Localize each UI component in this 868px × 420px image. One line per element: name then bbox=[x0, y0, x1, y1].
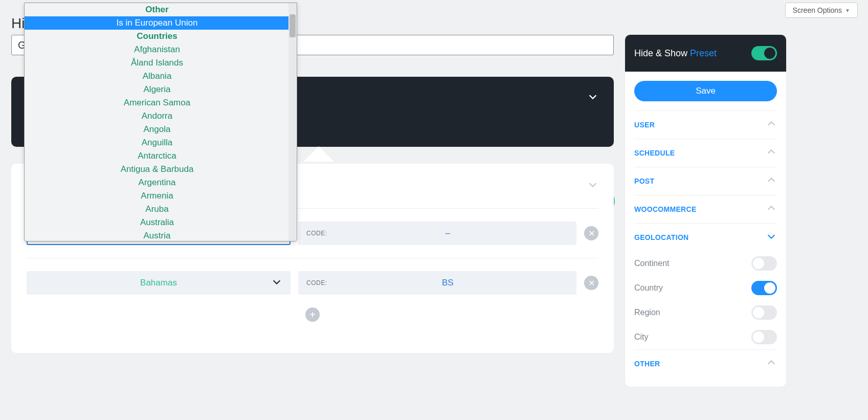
sidebar-toggle-row: City bbox=[634, 325, 777, 349]
dropdown-item[interactable]: Australia bbox=[25, 216, 290, 229]
code-value: BS bbox=[327, 278, 568, 288]
settings-sidebar: Hide & Show Preset Save USERSCHEDULEPOST… bbox=[625, 35, 786, 387]
toggle-label: City bbox=[634, 333, 649, 342]
panel-pointer bbox=[303, 146, 334, 162]
code-label: CODE: bbox=[306, 279, 327, 286]
table-row: Bahamas CODE: BS ✕ bbox=[27, 271, 598, 295]
section-label: GEOLOCATION bbox=[634, 233, 688, 241]
delete-row-button[interactable]: ✕ bbox=[584, 226, 598, 240]
toggle-continent[interactable] bbox=[751, 256, 777, 271]
sidebar-section-user[interactable]: USER bbox=[634, 110, 777, 139]
dropdown-group-label: Countries bbox=[25, 30, 290, 43]
chevron-up-icon bbox=[766, 357, 777, 370]
sidebar-title-preset: Preset bbox=[690, 48, 717, 58]
chevron-up-icon bbox=[766, 118, 777, 131]
divider bbox=[27, 258, 598, 258]
sidebar-section-schedule[interactable]: SCHEDULE bbox=[634, 139, 777, 167]
dropdown-item[interactable]: Albania bbox=[25, 70, 290, 83]
code-display: CODE: BS bbox=[298, 271, 576, 295]
dropdown-item[interactable]: Aruba bbox=[25, 203, 290, 216]
dropdown-item[interactable]: Antigua & Barbuda bbox=[25, 163, 290, 176]
scrollbar-thumb[interactable] bbox=[290, 14, 296, 37]
master-toggle[interactable] bbox=[751, 46, 777, 60]
dropdown-item[interactable]: Afghanistan bbox=[25, 43, 290, 56]
chevron-up-icon bbox=[766, 146, 777, 160]
chevron-up-icon bbox=[766, 174, 777, 188]
code-display: CODE: – bbox=[298, 222, 576, 245]
sidebar-header: Hide & Show Preset bbox=[625, 35, 786, 72]
sidebar-toggle-row: Continent bbox=[634, 251, 777, 276]
panel-collapse-icon[interactable] bbox=[587, 91, 598, 104]
delete-row-button[interactable]: ✕ bbox=[584, 276, 598, 290]
toggle-country[interactable] bbox=[751, 281, 777, 295]
country-dropdown[interactable]: OtherIs in European UnionCountriesAfghan… bbox=[24, 3, 297, 241]
toggle-region[interactable] bbox=[751, 305, 777, 320]
dropdown-item[interactable]: Åland Islands bbox=[25, 56, 290, 70]
dropdown-item[interactable]: Austria bbox=[25, 229, 290, 241]
chevron-down-icon bbox=[271, 276, 282, 290]
chevron-down-icon bbox=[766, 231, 777, 244]
toggle-label: Country bbox=[634, 283, 663, 293]
dropdown-item[interactable]: Anguilla bbox=[25, 136, 290, 149]
dropdown-item[interactable]: Is in European Union bbox=[25, 16, 290, 30]
sidebar-section-other[interactable]: OTHER bbox=[634, 349, 777, 378]
section-label: SCHEDULE bbox=[634, 149, 675, 157]
section-label: POST bbox=[634, 177, 654, 185]
section-label: WOOCOMMERCE bbox=[634, 205, 697, 213]
sidebar-section-geolocation[interactable]: GEOLOCATION bbox=[634, 223, 777, 251]
toggle-label: Region bbox=[634, 308, 660, 317]
screen-options-button[interactable]: Screen Options ▼ bbox=[785, 3, 858, 18]
toggle-city[interactable] bbox=[751, 330, 777, 344]
sidebar-toggle-row: Country bbox=[634, 276, 777, 300]
sidebar-toggle-row: Region bbox=[634, 300, 777, 325]
sidebar-title: Hide & Show bbox=[634, 48, 690, 58]
add-row-button[interactable]: + bbox=[305, 307, 320, 322]
dropdown-item[interactable]: American Samoa bbox=[25, 96, 290, 109]
scrollbar-track[interactable] bbox=[288, 3, 297, 241]
dropdown-item[interactable]: Algeria bbox=[25, 83, 290, 96]
select-value: Bahamas bbox=[140, 278, 177, 288]
sidebar-section-post[interactable]: POST bbox=[634, 167, 777, 195]
section-label: OTHER bbox=[634, 360, 660, 368]
dropdown-item[interactable]: Andorra bbox=[25, 109, 290, 123]
toggle-label: Continent bbox=[634, 259, 670, 268]
sidebar-section-woocommerce[interactable]: WOOCOMMERCE bbox=[634, 195, 777, 223]
country-select[interactable]: Bahamas bbox=[27, 271, 291, 295]
dropdown-item[interactable]: Argentina bbox=[25, 176, 290, 189]
page-title: Hi bbox=[11, 15, 25, 32]
screen-options-label: Screen Options bbox=[793, 6, 842, 14]
caret-down-icon: ▼ bbox=[845, 8, 850, 13]
save-button[interactable]: Save bbox=[634, 81, 777, 101]
code-label: CODE: bbox=[306, 230, 327, 237]
card-collapse-icon[interactable] bbox=[587, 179, 598, 190]
dropdown-group-label: Other bbox=[25, 3, 290, 16]
section-label: USER bbox=[634, 121, 655, 129]
dropdown-item[interactable]: Antarctica bbox=[25, 149, 290, 163]
chevron-up-icon bbox=[766, 203, 777, 216]
code-value: – bbox=[327, 228, 568, 238]
dropdown-item[interactable]: Angola bbox=[25, 123, 290, 136]
dropdown-item[interactable]: Armenia bbox=[25, 189, 290, 203]
